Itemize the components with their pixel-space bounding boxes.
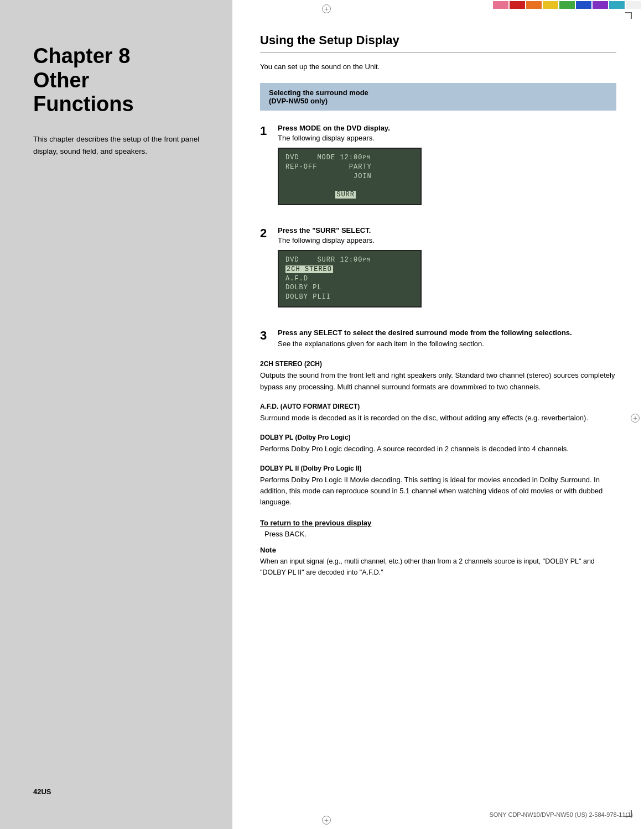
left-sidebar: Chapter 8 OtherFunctions This chapter de… <box>0 0 232 829</box>
right-content: Using the Setup Display You can set up t… <box>232 0 644 829</box>
crosshair-right <box>631 414 640 423</box>
crosshair-top <box>322 4 331 13</box>
surround-mode-box: Selecting the surround mode (DVP-NW50 on… <box>260 83 616 111</box>
step-3-number: 3 <box>260 329 271 343</box>
step-1-content: Press MODE on the DVD display. The follo… <box>278 124 616 215</box>
subsection-afd: A.F.D. (AUTO FORMAT DIRECT) Surround mod… <box>260 403 616 424</box>
subsection-dolbypl2: DOLBY PL II (Dolby Pro Logic II) Perform… <box>260 465 616 508</box>
subsection-afd-body: Surround mode is decoded as it is record… <box>260 413 616 424</box>
footer: SONY CDP-NW10/DVP-NW50 (US) 2-584-978-11… <box>489 811 633 818</box>
step-2-content: Press the "SURR" SELECT. The following d… <box>278 226 616 317</box>
page-number: 42US <box>33 788 51 796</box>
step-3-note: See the explanations given for each item… <box>278 338 616 350</box>
color-block <box>493 1 508 9</box>
lcd1-line4 <box>285 181 414 190</box>
corner-mark-tr <box>625 12 632 19</box>
section-title: Using the Setup Display <box>260 33 616 53</box>
step-2-description: The following display appears. <box>278 236 616 244</box>
crosshair-bottom <box>322 816 331 825</box>
lcd1-line1: DVD MODE 12:00PM <box>285 153 414 163</box>
color-block <box>576 1 591 9</box>
step-1-number: 1 <box>260 124 271 138</box>
intro-text: You can set up the sound on the Unit. <box>260 62 616 71</box>
color-block <box>609 1 625 9</box>
chapter-description: This chapter describes the setup of the … <box>33 133 205 157</box>
lcd1-line5: SURR <box>285 190 414 200</box>
return-section: To return to the previous display Press … <box>260 519 616 538</box>
subsection-dolbypl-label: DOLBY PL (Dolby Pro Logic) <box>260 434 616 441</box>
lcd1-line2: REP-OFF PARTY <box>285 163 414 172</box>
lcd2-line4: DOLBY PL <box>285 283 414 293</box>
lcd2-line1: DVD SURR 12:00PM <box>285 256 414 265</box>
lcd2-line5: DOLBY PLII <box>285 293 414 302</box>
color-block <box>510 1 525 9</box>
note-section: Note When an input signal (e.g., multi c… <box>260 546 616 578</box>
subsection-dolbypl: DOLBY PL (Dolby Pro Logic) Performs Dolb… <box>260 434 616 455</box>
step-2-number: 2 <box>260 226 271 241</box>
step-1: 1 Press MODE on the DVD display. The fol… <box>260 124 616 215</box>
subsection-afd-label: A.F.D. (AUTO FORMAT DIRECT) <box>260 403 616 410</box>
lcd1-line3: JOIN <box>285 172 414 181</box>
subsection-dolbypl-body: Performs Dolby Pro Logic decoding. A sou… <box>260 444 616 455</box>
subsection-dolbypl2-label: DOLBY PL II (Dolby Pro Logic II) <box>260 465 616 472</box>
step-1-title: Press MODE on the DVD display. <box>278 124 616 132</box>
subsection-2ch-body: Outputs the sound from the front left an… <box>260 370 616 392</box>
step-3-content: Press any SELECT to select the desired s… <box>278 329 616 350</box>
return-body: Press BACK. <box>264 530 616 538</box>
return-title: To return to the previous display <box>260 519 616 527</box>
color-block <box>559 1 575 9</box>
color-block <box>543 1 558 9</box>
lcd2-line3: A.F.D <box>285 274 414 284</box>
color-block <box>626 1 641 9</box>
step-2: 2 Press the "SURR" SELECT. The following… <box>260 226 616 317</box>
note-body: When an input signal (e.g., multi channe… <box>260 556 616 578</box>
step-3: 3 Press any SELECT to select the desired… <box>260 329 616 350</box>
note-title: Note <box>260 546 616 554</box>
lcd-display-1: DVD MODE 12:00PM REP-OFF PARTY JOIN SURR <box>278 148 422 205</box>
step-3-title: Press any SELECT to select the desired s… <box>278 329 616 337</box>
color-block <box>526 1 542 9</box>
step-1-description: The following display appears. <box>278 134 616 142</box>
top-bar-right <box>232 0 644 10</box>
lcd2-line2: 2CH STEREO <box>285 265 414 274</box>
subsection-2ch-label: 2CH STEREO (2CH) <box>260 360 616 368</box>
subsection-dolbypl2-body: Performs Dolby Pro Logic II Movie decodi… <box>260 475 616 508</box>
lcd-display-2: DVD SURR 12:00PM 2CH STEREO A.F.D DOLBY … <box>278 250 422 307</box>
color-block <box>593 1 608 9</box>
step-2-title: Press the "SURR" SELECT. <box>278 226 616 234</box>
chapter-title: Chapter 8 OtherFunctions <box>33 44 205 117</box>
subsection-2ch: 2CH STEREO (2CH) Outputs the sound from … <box>260 360 616 392</box>
